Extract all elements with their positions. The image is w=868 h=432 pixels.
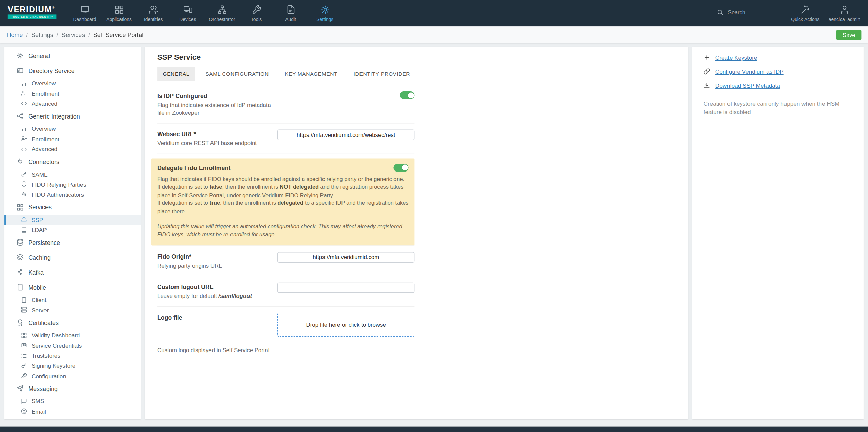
download-ssp-metadata-link[interactable]: Download SSP Metadata xyxy=(704,82,853,89)
sidebar-item-general[interactable]: General xyxy=(4,48,141,63)
delegate-fido-toggle[interactable] xyxy=(393,164,408,172)
websec-url-input[interactable] xyxy=(277,129,414,140)
sidebar-item-client[interactable]: Client xyxy=(4,295,141,305)
sidebar-item-overview[interactable]: Overview xyxy=(4,124,141,134)
sidebar-item-configuration[interactable]: Configuration xyxy=(4,371,141,381)
grid-icon xyxy=(17,203,24,211)
nav-item-devices[interactable]: Devices xyxy=(170,0,205,26)
brand-tagline: TRUSTED DIGITAL IDENTITY xyxy=(8,14,57,19)
nav-item-label: Identities xyxy=(144,16,163,22)
sidebar-item-signing-keystore[interactable]: Signing Keystore xyxy=(4,361,141,371)
sidebar-item-directory-service[interactable]: Directory Service xyxy=(4,63,141,78)
page-footer xyxy=(0,427,868,432)
sidebar-item-messaging[interactable]: Messaging xyxy=(4,381,141,396)
configure-veridium-as-idp-link[interactable]: Configure Veridium as IDP xyxy=(704,68,853,75)
tab-general[interactable]: GENERAL xyxy=(157,67,195,81)
nav-item-identities[interactable]: Identities xyxy=(136,0,170,26)
delegate-warning-note: Updating this value will trigger an auto… xyxy=(157,223,408,239)
logo-dropzone[interactable]: Drop file here or click to browse xyxy=(277,313,414,337)
sidebar-item-email[interactable]: Email xyxy=(4,406,141,416)
search-input[interactable] xyxy=(727,8,782,18)
nav-item-orchestrator[interactable]: Orchestrator xyxy=(205,0,239,26)
nav-item-tools[interactable]: Tools xyxy=(239,0,273,26)
nav-item-applications[interactable]: Applications xyxy=(102,0,136,26)
save-button[interactable]: Save xyxy=(836,30,861,40)
veridium-logo[interactable]: VERIDIUM® TRUSTED DIGITAL IDENTITY xyxy=(8,5,63,27)
mobile-icon xyxy=(17,284,24,291)
sidebar-item-fido-relying-parties[interactable]: FIDO Relying Parties xyxy=(4,179,141,190)
field-control xyxy=(277,283,414,293)
sidebar-item-overview[interactable]: Overview xyxy=(4,78,141,88)
sidebar-item-label: Persistence xyxy=(28,239,60,246)
code-icon xyxy=(21,101,27,107)
create-keystore-link[interactable]: Create Keystore xyxy=(704,54,853,61)
user-menu[interactable]: aencica_admin xyxy=(829,5,860,22)
sidebar-item-certificates[interactable]: Certificates xyxy=(4,315,141,330)
delegate-header: Delegate Fido Enrollment xyxy=(157,164,408,172)
sidebar-item-advanced[interactable]: Advanced xyxy=(4,98,141,109)
delegate-description-line: If delegation is set to true, then the e… xyxy=(157,199,408,215)
sidebar-item-mobile[interactable]: Mobile xyxy=(4,280,141,295)
toggle-knob xyxy=(402,165,408,171)
sidebar-item-services[interactable]: Services xyxy=(4,200,141,215)
sidebar-item-label: Caching xyxy=(28,254,51,261)
wand-icon xyxy=(801,5,810,14)
fingerprint-icon xyxy=(21,192,27,198)
field-meta: Is IDP Configured Flag that indicates ex… xyxy=(157,91,277,117)
tab-saml-configuration[interactable]: SAML CONFIGURATION xyxy=(200,67,274,81)
sidebar-item-label: Services xyxy=(28,204,52,211)
tools-icon xyxy=(252,5,261,14)
breadcrumb-settings[interactable]: Settings xyxy=(31,32,53,38)
sidebar-item-ldap[interactable]: LDAP xyxy=(4,225,141,235)
nav-item-settings[interactable]: Settings xyxy=(308,0,342,26)
sidebar-item-ssp[interactable]: SSP xyxy=(4,215,141,225)
breadcrumb-home[interactable]: Home xyxy=(7,32,23,38)
sidebar-item-saml[interactable]: SAML xyxy=(4,169,141,179)
sidebar-item-advanced[interactable]: Advanced xyxy=(4,144,141,154)
kafka-icon xyxy=(17,269,24,276)
sidebar-item-persistence[interactable]: Persistence xyxy=(4,235,141,250)
tab-key-management[interactable]: KEY MANAGEMENT xyxy=(279,67,343,81)
field-control: Drop file here or click to browse xyxy=(277,313,414,337)
primary-nav: Dashboard Applications Identities Device… xyxy=(68,0,342,26)
person-plus-icon xyxy=(21,90,27,96)
sidebar-item-label: Advanced xyxy=(32,146,57,152)
sidebar-item-label: Generic Integration xyxy=(28,113,80,120)
sidebar-item-caching[interactable]: Caching xyxy=(4,250,141,265)
sidebar-item-validity-dashboard[interactable]: Validity Dashboard xyxy=(4,330,141,340)
key-icon xyxy=(21,363,27,369)
sidebar-item-server[interactable]: Server xyxy=(4,305,141,315)
sidebar-item-enrollment[interactable]: Enrollment xyxy=(4,88,141,98)
custom-logout-url-input[interactable] xyxy=(277,283,414,293)
field-meta: Fido Origin* Relying party origins URL xyxy=(157,252,277,270)
sidebar-item-kafka[interactable]: Kafka xyxy=(4,265,141,280)
fido-origin-input[interactable] xyxy=(277,252,414,263)
is-idp-configured-toggle[interactable] xyxy=(400,91,414,99)
settings-sidebar: General Directory Service Overview Enrol… xyxy=(4,47,141,419)
tab-identity-provider[interactable]: IDENTITY PROVIDER xyxy=(348,67,415,81)
sidebar-item-label: Email xyxy=(32,408,46,415)
sidebar-item-truststores[interactable]: Truststores xyxy=(4,350,141,361)
sidebar-item-enrollment[interactable]: Enrollment xyxy=(4,134,141,144)
sidebar-item-sms[interactable]: SMS xyxy=(4,396,141,406)
registered-mark: ® xyxy=(52,6,55,10)
nav-item-label: Applications xyxy=(106,16,132,22)
quick-actions-button[interactable]: Quick Actions xyxy=(791,5,820,22)
breadcrumb-services[interactable]: Services xyxy=(61,32,85,38)
user-icon xyxy=(840,5,849,14)
field-description: Leave empty for default /saml/logout xyxy=(157,292,272,300)
nav-item-dashboard[interactable]: Dashboard xyxy=(68,0,102,26)
sidebar-item-generic-integration[interactable]: Generic Integration xyxy=(4,109,141,124)
field-description: Flag that indicates existence of IdP met… xyxy=(157,101,272,116)
sidebar-item-label: Service Credentials xyxy=(32,342,82,349)
sidebar-item-connectors[interactable]: Connectors xyxy=(4,154,141,169)
brand-name: VERIDIUM® xyxy=(8,5,63,13)
sidebar-item-service-credentials[interactable]: Service Credentials xyxy=(4,340,141,350)
db-icon xyxy=(17,239,24,246)
sidebar-item-fido-authenticators[interactable]: FIDO Authenticators xyxy=(4,190,141,200)
dropzone-text: Drop file here or click to browse xyxy=(306,322,386,328)
field-label: Logo file xyxy=(157,314,272,321)
devices-icon xyxy=(183,5,192,14)
nav-item-audit[interactable]: Audit xyxy=(274,0,308,26)
tools-icon xyxy=(21,373,27,379)
